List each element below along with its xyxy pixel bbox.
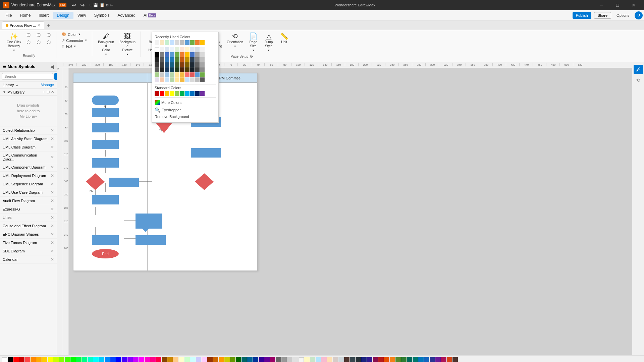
beautify-sub5[interactable]: ⬡	[34, 39, 43, 46]
std-color-6[interactable]	[185, 91, 190, 96]
palette-color-6[interactable]	[36, 357, 42, 362]
sidebar-item-close[interactable]: ✕	[51, 198, 54, 203]
swatch[interactable]	[165, 62, 169, 67]
my-library-close-icon[interactable]: ✕	[51, 90, 54, 94]
swatch[interactable]	[175, 77, 179, 82]
swatch[interactable]	[200, 67, 205, 72]
swatch[interactable]	[190, 47, 195, 52]
swatch[interactable]	[190, 57, 195, 62]
recent-color-9[interactable]	[200, 40, 205, 45]
sidebar-item-close[interactable]: ✕	[51, 155, 54, 160]
swatch[interactable]	[160, 67, 164, 72]
sidebar-item-uml-usecase[interactable]: UML Use Case Diagram ✕	[0, 188, 57, 197]
sidebar-collapse-button[interactable]: ◀	[50, 64, 54, 69]
shape-rect-7[interactable]	[136, 235, 166, 245]
recent-color-5[interactable]	[180, 40, 184, 45]
swatch[interactable]	[200, 72, 205, 77]
palette-color-63[interactable]	[361, 357, 367, 362]
palette-color-50[interactable]	[287, 357, 292, 362]
menu-home[interactable]: Home	[16, 12, 35, 19]
palette-color-60[interactable]	[344, 357, 350, 362]
swatch[interactable]	[180, 57, 184, 62]
palette-color-54[interactable]	[310, 357, 315, 362]
palette-color-41[interactable]	[236, 357, 241, 362]
palette-color-34[interactable]	[196, 357, 201, 362]
palette-color-7[interactable]	[42, 357, 47, 362]
beautify-sub2[interactable]: ⬡	[34, 32, 43, 38]
menu-insert[interactable]: Insert	[35, 12, 53, 19]
swatch[interactable]	[195, 47, 200, 52]
std-color-7[interactable]	[190, 91, 195, 96]
palette-color-12[interactable]	[70, 357, 76, 362]
std-color-1[interactable]	[160, 91, 164, 96]
sidebar-item-close[interactable]: ✕	[51, 257, 54, 262]
shape-rect-8[interactable]	[92, 235, 119, 245]
palette-color-8[interactable]	[48, 357, 53, 362]
swatch[interactable]	[170, 62, 174, 67]
more-colors-row[interactable]: More Colors	[155, 99, 216, 106]
swatch[interactable]	[185, 47, 190, 52]
sidebar-expand-icon[interactable]: ☰	[3, 64, 6, 69]
sidebar-item-uml-component[interactable]: UML Component Diagram ✕	[0, 163, 57, 172]
sidebar-item-five-forces[interactable]: Five Forces Diagram ✕	[0, 239, 57, 247]
beautify-sub1[interactable]: ⬡	[24, 32, 33, 38]
swatch[interactable]	[170, 72, 174, 77]
palette-color-74[interactable]	[424, 357, 429, 362]
swatch[interactable]	[155, 62, 159, 67]
palette-color-76[interactable]	[435, 357, 441, 362]
palette-color-58[interactable]	[333, 357, 338, 362]
sidebar-item-close[interactable]: ✕	[51, 232, 54, 237]
beautify-sub3[interactable]: ⬡	[44, 32, 53, 38]
connector-button[interactable]: ↗ Connector ▼	[60, 38, 89, 43]
palette-color-26[interactable]	[150, 357, 156, 362]
palette-color-79[interactable]	[452, 357, 458, 362]
swatch[interactable]	[160, 47, 164, 52]
swatch[interactable]	[180, 72, 184, 77]
redo-button[interactable]: ↪	[79, 1, 86, 9]
options-button[interactable]: Options	[614, 12, 632, 19]
swatch[interactable]	[175, 57, 179, 62]
sidebar-item-close[interactable]: ✕	[51, 190, 54, 195]
swatch[interactable]	[165, 57, 169, 62]
sidebar-item-close[interactable]: ✕	[51, 136, 54, 141]
jump-style-button[interactable]: △ Jump Style ▼	[261, 32, 276, 53]
menu-design[interactable]: Design	[53, 12, 73, 19]
swatch[interactable]	[175, 67, 179, 72]
palette-color-51[interactable]	[293, 357, 298, 362]
palette-color-17[interactable]	[99, 357, 104, 362]
swatch[interactable]	[195, 52, 200, 57]
palette-color-77[interactable]	[441, 357, 446, 362]
menu-ai[interactable]: AI Beta	[140, 12, 160, 19]
swatch[interactable]	[195, 62, 200, 67]
shape-rect-right-2[interactable]	[191, 148, 221, 158]
palette-color-45[interactable]	[259, 357, 264, 362]
swatch[interactable]	[195, 67, 200, 72]
swatch[interactable]	[190, 62, 195, 67]
palette-color-70[interactable]	[401, 357, 407, 362]
publish-button[interactable]: Publish	[573, 12, 591, 19]
swatch[interactable]	[160, 72, 164, 77]
my-library-add2-icon[interactable]: ⊞	[47, 90, 50, 94]
palette-color-53[interactable]	[304, 357, 310, 362]
palette-color-42[interactable]	[241, 357, 247, 362]
swatch[interactable]	[175, 47, 179, 52]
palette-color-61[interactable]	[350, 357, 355, 362]
palette-color-25[interactable]	[145, 357, 150, 362]
user-avatar[interactable]: U	[635, 11, 643, 19]
sidebar-item-uml-communication[interactable]: UML Communication Diagr... ✕	[0, 152, 57, 163]
recent-color-3[interactable]	[170, 40, 174, 45]
unit-button[interactable]: 📏 Unit	[277, 32, 291, 46]
palette-color-15[interactable]	[88, 357, 93, 362]
swatch[interactable]	[180, 62, 184, 67]
palette-color-57[interactable]	[327, 357, 332, 362]
manage-button[interactable]: Manage	[41, 83, 54, 87]
sidebar-item-uml-class[interactable]: UML Class Diagram ✕	[0, 143, 57, 152]
palette-color-13[interactable]	[76, 357, 82, 362]
sidebar-item-close[interactable]: ✕	[51, 224, 54, 228]
swatch[interactable]	[190, 72, 195, 77]
swatch[interactable]	[160, 52, 164, 57]
palette-color-52[interactable]	[299, 357, 304, 362]
sidebar-item-close[interactable]: ✕	[51, 165, 54, 170]
palette-color-27[interactable]	[156, 357, 161, 362]
swatch[interactable]	[155, 52, 159, 57]
